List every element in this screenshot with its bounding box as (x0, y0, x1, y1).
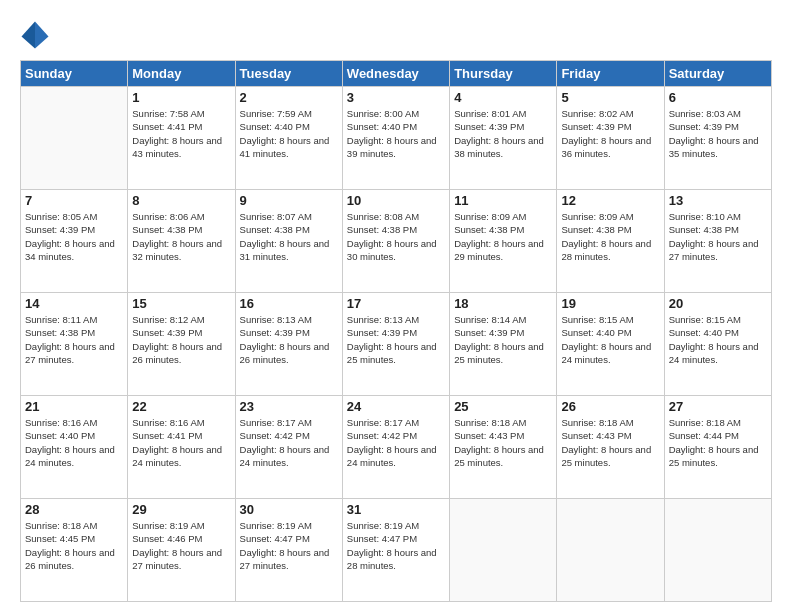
day-cell: 11 Sunrise: 8:09 AMSunset: 4:38 PMDaylig… (450, 190, 557, 293)
day-cell: 29 Sunrise: 8:19 AMSunset: 4:46 PMDaylig… (128, 499, 235, 602)
day-number: 28 (25, 502, 123, 517)
week-row-3: 21 Sunrise: 8:16 AMSunset: 4:40 PMDaylig… (21, 396, 772, 499)
day-cell: 24 Sunrise: 8:17 AMSunset: 4:42 PMDaylig… (342, 396, 449, 499)
day-cell: 17 Sunrise: 8:13 AMSunset: 4:39 PMDaylig… (342, 293, 449, 396)
day-number: 25 (454, 399, 552, 414)
day-cell: 28 Sunrise: 8:18 AMSunset: 4:45 PMDaylig… (21, 499, 128, 602)
day-cell: 9 Sunrise: 8:07 AMSunset: 4:38 PMDayligh… (235, 190, 342, 293)
day-number: 6 (669, 90, 767, 105)
day-info: Sunrise: 8:08 AMSunset: 4:38 PMDaylight:… (347, 210, 445, 263)
day-cell (557, 499, 664, 602)
day-info: Sunrise: 8:18 AMSunset: 4:43 PMDaylight:… (454, 416, 552, 469)
svg-marker-2 (22, 22, 36, 49)
day-info: Sunrise: 8:11 AMSunset: 4:38 PMDaylight:… (25, 313, 123, 366)
day-cell: 25 Sunrise: 8:18 AMSunset: 4:43 PMDaylig… (450, 396, 557, 499)
day-info: Sunrise: 8:13 AMSunset: 4:39 PMDaylight:… (240, 313, 338, 366)
svg-marker-1 (35, 22, 49, 49)
week-row-4: 28 Sunrise: 8:18 AMSunset: 4:45 PMDaylig… (21, 499, 772, 602)
week-row-0: 1 Sunrise: 7:58 AMSunset: 4:41 PMDayligh… (21, 87, 772, 190)
day-number: 27 (669, 399, 767, 414)
day-cell: 16 Sunrise: 8:13 AMSunset: 4:39 PMDaylig… (235, 293, 342, 396)
day-cell: 21 Sunrise: 8:16 AMSunset: 4:40 PMDaylig… (21, 396, 128, 499)
day-info: Sunrise: 8:16 AMSunset: 4:41 PMDaylight:… (132, 416, 230, 469)
day-cell: 4 Sunrise: 8:01 AMSunset: 4:39 PMDayligh… (450, 87, 557, 190)
day-cell: 7 Sunrise: 8:05 AMSunset: 4:39 PMDayligh… (21, 190, 128, 293)
header-row: SundayMondayTuesdayWednesdayThursdayFrid… (21, 61, 772, 87)
day-info: Sunrise: 8:09 AMSunset: 4:38 PMDaylight:… (454, 210, 552, 263)
day-number: 5 (561, 90, 659, 105)
week-row-1: 7 Sunrise: 8:05 AMSunset: 4:39 PMDayligh… (21, 190, 772, 293)
day-info: Sunrise: 8:12 AMSunset: 4:39 PMDaylight:… (132, 313, 230, 366)
day-number: 16 (240, 296, 338, 311)
day-info: Sunrise: 8:19 AMSunset: 4:46 PMDaylight:… (132, 519, 230, 572)
day-info: Sunrise: 8:00 AMSunset: 4:40 PMDaylight:… (347, 107, 445, 160)
day-cell: 27 Sunrise: 8:18 AMSunset: 4:44 PMDaylig… (664, 396, 771, 499)
day-cell: 31 Sunrise: 8:19 AMSunset: 4:47 PMDaylig… (342, 499, 449, 602)
day-number: 29 (132, 502, 230, 517)
calendar-header: SundayMondayTuesdayWednesdayThursdayFrid… (21, 61, 772, 87)
day-cell: 19 Sunrise: 8:15 AMSunset: 4:40 PMDaylig… (557, 293, 664, 396)
header-cell-monday: Monday (128, 61, 235, 87)
day-cell: 20 Sunrise: 8:15 AMSunset: 4:40 PMDaylig… (664, 293, 771, 396)
day-cell: 10 Sunrise: 8:08 AMSunset: 4:38 PMDaylig… (342, 190, 449, 293)
day-info: Sunrise: 8:07 AMSunset: 4:38 PMDaylight:… (240, 210, 338, 263)
day-number: 31 (347, 502, 445, 517)
day-number: 17 (347, 296, 445, 311)
day-cell: 22 Sunrise: 8:16 AMSunset: 4:41 PMDaylig… (128, 396, 235, 499)
day-info: Sunrise: 8:16 AMSunset: 4:40 PMDaylight:… (25, 416, 123, 469)
day-cell: 1 Sunrise: 7:58 AMSunset: 4:41 PMDayligh… (128, 87, 235, 190)
day-number: 30 (240, 502, 338, 517)
day-cell: 5 Sunrise: 8:02 AMSunset: 4:39 PMDayligh… (557, 87, 664, 190)
day-number: 20 (669, 296, 767, 311)
day-cell: 30 Sunrise: 8:19 AMSunset: 4:47 PMDaylig… (235, 499, 342, 602)
day-info: Sunrise: 7:58 AMSunset: 4:41 PMDaylight:… (132, 107, 230, 160)
day-info: Sunrise: 8:10 AMSunset: 4:38 PMDaylight:… (669, 210, 767, 263)
day-number: 4 (454, 90, 552, 105)
day-cell (664, 499, 771, 602)
day-info: Sunrise: 8:05 AMSunset: 4:39 PMDaylight:… (25, 210, 123, 263)
day-info: Sunrise: 8:01 AMSunset: 4:39 PMDaylight:… (454, 107, 552, 160)
header (20, 20, 772, 50)
day-number: 7 (25, 193, 123, 208)
day-cell: 13 Sunrise: 8:10 AMSunset: 4:38 PMDaylig… (664, 190, 771, 293)
day-number: 12 (561, 193, 659, 208)
logo-icon (20, 20, 50, 50)
header-cell-tuesday: Tuesday (235, 61, 342, 87)
day-cell: 6 Sunrise: 8:03 AMSunset: 4:39 PMDayligh… (664, 87, 771, 190)
day-cell: 23 Sunrise: 8:17 AMSunset: 4:42 PMDaylig… (235, 396, 342, 499)
header-cell-thursday: Thursday (450, 61, 557, 87)
day-info: Sunrise: 8:15 AMSunset: 4:40 PMDaylight:… (669, 313, 767, 366)
day-cell: 18 Sunrise: 8:14 AMSunset: 4:39 PMDaylig… (450, 293, 557, 396)
day-info: Sunrise: 8:17 AMSunset: 4:42 PMDaylight:… (347, 416, 445, 469)
day-info: Sunrise: 8:18 AMSunset: 4:44 PMDaylight:… (669, 416, 767, 469)
day-number: 3 (347, 90, 445, 105)
day-info: Sunrise: 8:09 AMSunset: 4:38 PMDaylight:… (561, 210, 659, 263)
header-cell-saturday: Saturday (664, 61, 771, 87)
day-number: 24 (347, 399, 445, 414)
day-info: Sunrise: 8:19 AMSunset: 4:47 PMDaylight:… (347, 519, 445, 572)
header-cell-wednesday: Wednesday (342, 61, 449, 87)
day-number: 13 (669, 193, 767, 208)
day-info: Sunrise: 8:18 AMSunset: 4:45 PMDaylight:… (25, 519, 123, 572)
day-info: Sunrise: 8:19 AMSunset: 4:47 PMDaylight:… (240, 519, 338, 572)
day-number: 14 (25, 296, 123, 311)
header-cell-friday: Friday (557, 61, 664, 87)
logo (20, 20, 54, 50)
day-cell: 12 Sunrise: 8:09 AMSunset: 4:38 PMDaylig… (557, 190, 664, 293)
calendar-body: 1 Sunrise: 7:58 AMSunset: 4:41 PMDayligh… (21, 87, 772, 602)
day-info: Sunrise: 7:59 AMSunset: 4:40 PMDaylight:… (240, 107, 338, 160)
day-cell: 8 Sunrise: 8:06 AMSunset: 4:38 PMDayligh… (128, 190, 235, 293)
day-info: Sunrise: 8:03 AMSunset: 4:39 PMDaylight:… (669, 107, 767, 160)
day-cell: 26 Sunrise: 8:18 AMSunset: 4:43 PMDaylig… (557, 396, 664, 499)
day-cell: 3 Sunrise: 8:00 AMSunset: 4:40 PMDayligh… (342, 87, 449, 190)
day-info: Sunrise: 8:14 AMSunset: 4:39 PMDaylight:… (454, 313, 552, 366)
day-number: 9 (240, 193, 338, 208)
day-number: 19 (561, 296, 659, 311)
day-number: 23 (240, 399, 338, 414)
day-number: 2 (240, 90, 338, 105)
day-cell (21, 87, 128, 190)
day-cell: 14 Sunrise: 8:11 AMSunset: 4:38 PMDaylig… (21, 293, 128, 396)
day-cell: 2 Sunrise: 7:59 AMSunset: 4:40 PMDayligh… (235, 87, 342, 190)
day-number: 8 (132, 193, 230, 208)
day-number: 1 (132, 90, 230, 105)
